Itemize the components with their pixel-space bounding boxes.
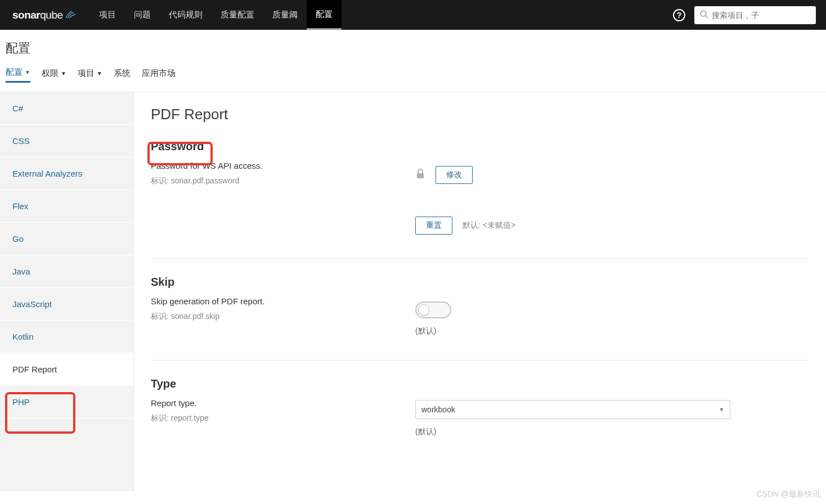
sidebar: C# CSS External Analyzers Flex Go Java J… [0, 92, 134, 491]
sidebar-item-go[interactable]: Go [0, 223, 133, 255]
svg-point-2 [701, 11, 706, 16]
setting-title: Password [151, 140, 415, 153]
sidebar-item-pdf-report[interactable]: PDF Report [0, 353, 133, 386]
skip-toggle[interactable] [415, 302, 451, 318]
setting-key: 标识: report.type [151, 413, 415, 424]
help-icon[interactable]: ? [673, 9, 685, 21]
setting-description: Report type. [151, 398, 415, 408]
page-title: 配置 [6, 40, 820, 57]
default-text: (默认) [415, 326, 809, 336]
subtab-system[interactable]: 系统 [114, 67, 131, 83]
content-heading: PDF Report [151, 106, 809, 123]
svg-line-3 [706, 16, 708, 18]
default-text: (默认) [415, 427, 809, 437]
setting-skip: Skip Skip generation of PDF report. 标识: … [151, 276, 809, 361]
brand-logo[interactable]: sonarqube [6, 0, 83, 30]
sidebar-item-external-analyzers[interactable]: External Analyzers [0, 158, 133, 190]
chevron-down-icon: ▼ [25, 69, 30, 75]
setting-key: 标识: sonar.pdf.skip [151, 312, 415, 322]
setting-description: Password for WS API access. [151, 161, 415, 170]
subtab-marketplace[interactable]: 应用市场 [142, 67, 176, 83]
subtabs: 配置▼ 权限▼ 项目▼ 系统 应用市场 [6, 67, 820, 87]
setting-key: 标识: sonar.pdf.password [151, 176, 415, 186]
setting-left: Password Password for WS API access. 标识:… [151, 140, 415, 235]
chevron-down-icon: ▼ [97, 70, 102, 76]
setting-title: Skip [151, 276, 415, 289]
sidebar-item-java[interactable]: Java [0, 255, 133, 288]
nav-item-quality-profiles[interactable]: 质量配置 [212, 0, 263, 30]
lock-icon [415, 169, 425, 182]
search-box[interactable] [694, 6, 816, 24]
subtab-config[interactable]: 配置▼ [6, 67, 30, 83]
sidebar-item-csharp[interactable]: C# [0, 92, 133, 125]
type-select-wrap: workbook ▼ [415, 400, 730, 419]
nav-item-admin[interactable]: 配置 [307, 0, 342, 30]
brand-suffix: qube [40, 9, 62, 21]
modify-button[interactable]: 修改 [436, 166, 473, 184]
setting-right: workbook ▼ (默认) [415, 377, 809, 437]
sidebar-item-kotlin[interactable]: Kotlin [0, 321, 133, 353]
subtab-label: 配置 [6, 67, 23, 78]
chevron-down-icon: ▼ [61, 70, 66, 76]
sidebar-item-flex[interactable]: Flex [0, 190, 133, 223]
page-header: 配置 配置▼ 权限▼ 项目▼ 系统 应用市场 [0, 30, 826, 92]
setting-left: Type Report type. 标识: report.type [151, 377, 415, 437]
setting-right: 修改 重置 默认: <未赋值> [415, 140, 809, 235]
setting-right: (默认) [415, 276, 809, 336]
subtab-label: 项目 [78, 68, 95, 79]
svg-text:?: ? [677, 11, 682, 20]
watermark: CSDN @最新快讯 [756, 489, 820, 491]
nav-item-projects[interactable]: 项目 [90, 0, 125, 30]
reset-button[interactable]: 重置 [415, 217, 452, 235]
setting-password: Password Password for WS API access. 标识:… [151, 140, 809, 259]
sidebar-item-javascript[interactable]: JavaScript [0, 288, 133, 321]
brand-waves-icon [65, 9, 77, 21]
brand-prefix: sonar [12, 9, 40, 21]
type-select[interactable]: workbook [415, 400, 730, 419]
nav-items: 项目 问题 代码规则 质量配置 质量阈 配置 [90, 0, 342, 30]
nav-right: ? [673, 0, 820, 30]
default-hint: 默认: <未赋值> [463, 220, 515, 231]
nav-item-issues[interactable]: 问题 [125, 0, 160, 30]
search-input[interactable] [712, 11, 810, 20]
main: C# CSS External Analyzers Flex Go Java J… [0, 92, 826, 491]
sidebar-item-css[interactable]: CSS [0, 125, 133, 158]
content: PDF Report Password Password for WS API … [134, 92, 826, 491]
subtab-projects[interactable]: 项目▼ [78, 67, 102, 83]
setting-description: Skip generation of PDF report. [151, 296, 415, 306]
sidebar-item-php[interactable]: PHP [0, 386, 133, 418]
toggle-knob [418, 304, 429, 316]
setting-left: Skip Skip generation of PDF report. 标识: … [151, 276, 415, 336]
setting-type: Type Report type. 标识: report.type workbo… [151, 377, 809, 461]
top-nav: sonarqube 项目 问题 代码规则 质量配置 质量阈 配置 ? [0, 0, 826, 30]
svg-rect-4 [417, 173, 424, 178]
setting-title: Type [151, 377, 415, 390]
subtab-permissions[interactable]: 权限▼ [42, 67, 66, 83]
nav-item-rules[interactable]: 代码规则 [160, 0, 212, 30]
nav-item-quality-gates[interactable]: 质量阈 [263, 0, 307, 30]
subtab-label: 权限 [42, 68, 59, 79]
search-icon [700, 10, 708, 20]
